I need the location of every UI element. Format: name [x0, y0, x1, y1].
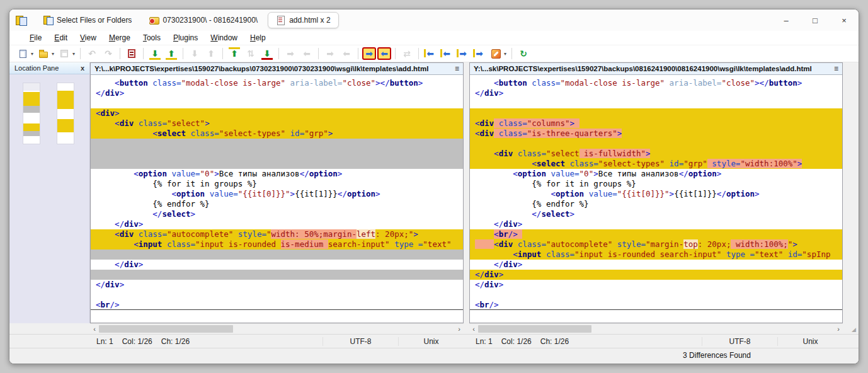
code-line[interactable]: </div>	[91, 280, 463, 290]
code-line[interactable]	[470, 139, 842, 149]
left-scroll-track[interactable]	[99, 324, 455, 334]
right-horizontal-scrollbar[interactable]: ‹ ›	[469, 323, 843, 334]
right-scroll-track[interactable]	[478, 324, 834, 334]
code-line[interactable]: <br/>	[470, 229, 842, 239]
scroll-left-arrow-icon[interactable]: ‹	[469, 325, 478, 333]
right-scroll-thumb[interactable]	[478, 325, 591, 333]
code-line[interactable]: <div class="columns">	[470, 118, 842, 129]
left-path-bar[interactable]: Y:\...k\PROJECTS\expertises\159027\backu…	[91, 63, 463, 75]
code-line[interactable]: <input class="input is-rounded search-in…	[470, 250, 842, 260]
last-difference-button[interactable]: ⬇	[260, 46, 275, 61]
code-line[interactable]: </div>	[91, 88, 463, 98]
menu-window[interactable]: Window	[204, 32, 244, 44]
code-line[interactable]	[91, 139, 463, 149]
code-line[interactable]	[91, 270, 463, 280]
options-button-dropdown-icon[interactable]: ▾	[504, 51, 506, 57]
previous-conflict-button[interactable]: ⬆	[203, 46, 219, 61]
diff-left-button[interactable]: ⬅	[299, 46, 314, 61]
options-button[interactable]	[488, 46, 503, 61]
tab-select-files-or-folders[interactable]: Select Files or Folders	[36, 12, 139, 28]
menu-tools[interactable]: Tools	[137, 32, 167, 44]
code-line[interactable]	[470, 98, 842, 108]
menu-edit[interactable]: Edit	[48, 32, 74, 44]
current-difference-button[interactable]: ⇅	[243, 46, 258, 61]
code-line[interactable]: <button class="modal-close is-large" ari…	[91, 78, 463, 88]
code-line[interactable]	[91, 159, 463, 169]
code-line[interactable]: <div class="select is-fullwidth">	[470, 149, 842, 159]
code-line[interactable]	[91, 250, 463, 260]
code-line[interactable]: {% for it in groups %}	[470, 179, 842, 189]
scroll-left-arrow-icon[interactable]: ‹	[90, 325, 99, 333]
code-line[interactable]: <option value="{{it[0]}}">{{it[1]}}</opt…	[470, 189, 842, 199]
swap-panes-button[interactable]: ⇄	[399, 46, 414, 61]
redo-button[interactable]: ↷	[101, 46, 116, 61]
code-line[interactable]: <select class="select-types" id="grp">	[91, 129, 463, 139]
code-line[interactable]: </div>	[470, 88, 842, 98]
code-line[interactable]: </select>	[470, 209, 842, 219]
code-line[interactable]: {% endfor %}	[470, 199, 842, 209]
code-line[interactable]: <option value="0">Все типы анализов</opt…	[91, 169, 463, 179]
undo-button[interactable]: ↶	[84, 46, 100, 61]
copy-left-and-advance-button[interactable]: ⬅	[339, 46, 354, 61]
code-line[interactable]: {% for it in groups %}	[91, 179, 463, 189]
new-file-button-dropdown-icon[interactable]: ▾	[31, 51, 33, 57]
code-line[interactable]: <div>	[91, 108, 463, 118]
menu-view[interactable]: View	[74, 32, 103, 44]
copy-to-left-button[interactable]: ⬅	[439, 46, 454, 61]
minimize-button[interactable]: –	[772, 9, 801, 31]
code-line[interactable]: <div class="select">	[91, 118, 463, 129]
copy-right-button[interactable]: ➡	[362, 47, 376, 60]
copy-to-right-all-button[interactable]: ➡	[472, 46, 487, 61]
code-line[interactable]: <div class="autocomplete" style="width: …	[91, 229, 463, 239]
diff-right-button[interactable]: ➡	[283, 46, 298, 61]
code-line[interactable]: {% endfor %}	[91, 199, 463, 209]
left-horizontal-scrollbar[interactable]: ‹ ›	[90, 323, 464, 334]
tab-0730231900-0816241900[interactable]: 0730231900\ - 0816241900\	[142, 12, 265, 28]
next-conflict-button[interactable]: ⬇	[187, 46, 202, 61]
right-editor[interactable]: <button class="modal-close is-large" ari…	[470, 75, 842, 323]
copy-left-button[interactable]: ⬅	[377, 47, 391, 60]
code-line[interactable]: <input class="input is-rounded is-medium…	[91, 239, 463, 250]
code-line[interactable]: <option value="0">Все типы анализов</opt…	[470, 169, 842, 179]
code-line[interactable]: </div>	[91, 219, 463, 229]
location-map-bar-1[interactable]	[57, 83, 74, 144]
scroll-right-arrow-icon[interactable]: ›	[834, 325, 843, 333]
previous-difference-button[interactable]: ⬆	[164, 46, 179, 61]
left-path-menu-icon[interactable]: ≡	[451, 64, 459, 73]
first-difference-button[interactable]: ⬆	[227, 46, 242, 61]
code-line[interactable]	[91, 149, 463, 159]
open-button-dropdown-icon[interactable]: ▾	[52, 51, 54, 57]
code-line[interactable]: <button class="modal-close is-large" ari…	[470, 78, 842, 88]
code-line[interactable]: <br/>	[470, 300, 842, 310]
menu-plugins[interactable]: Plugins	[167, 32, 204, 44]
scroll-right-arrow-icon[interactable]: ›	[455, 325, 464, 333]
code-line[interactable]: <div class="is-three-quarters">	[470, 129, 842, 139]
code-line[interactable]: </div>	[470, 270, 842, 280]
compare-selection-button[interactable]	[124, 46, 139, 61]
code-line[interactable]: </div>	[470, 260, 842, 270]
refresh-button[interactable]: ↻	[516, 46, 531, 61]
code-line[interactable]	[470, 290, 842, 300]
save-button-dropdown-icon[interactable]: ▾	[72, 51, 75, 57]
pane-splitter[interactable]	[464, 62, 469, 323]
open-button[interactable]	[36, 46, 51, 61]
close-button[interactable]: ×	[830, 9, 859, 31]
code-line[interactable]	[91, 290, 463, 300]
location-map-bar-0[interactable]	[23, 83, 40, 144]
left-editor[interactable]: <button class="modal-close is-large" ari…	[91, 75, 463, 323]
code-line[interactable]: </div>	[470, 219, 842, 229]
maximize-button[interactable]: □	[801, 9, 830, 31]
code-line[interactable]: <br/>	[91, 300, 463, 310]
menu-help[interactable]: Help	[244, 32, 272, 44]
location-map[interactable]	[9, 74, 89, 323]
code-line[interactable]	[470, 108, 842, 118]
code-line[interactable]: </div>	[91, 260, 463, 270]
tab-add-html-x-2[interactable]: add.html x 2	[268, 12, 338, 28]
copy-right-and-advance-button[interactable]: ➡	[323, 46, 338, 61]
next-difference-button[interactable]: ⬇	[147, 46, 163, 61]
copy-to-left-all-button[interactable]: ⬅	[423, 46, 438, 61]
code-line[interactable]: <select class="select-types" id="grp" st…	[470, 159, 842, 169]
code-line[interactable]	[91, 98, 463, 108]
new-file-button[interactable]	[15, 46, 30, 61]
menu-merge[interactable]: Merge	[103, 32, 137, 44]
